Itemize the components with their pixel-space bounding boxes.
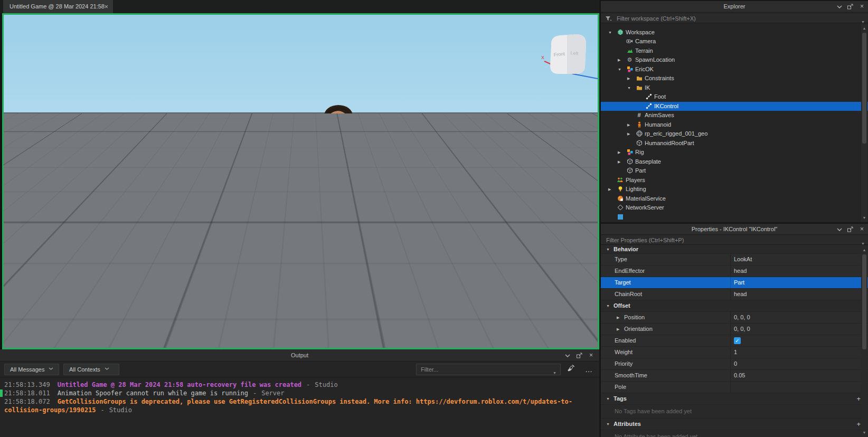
tree-item-foot[interactable]: Foot (601, 92, 868, 101)
messages-filter-dropdown[interactable]: All Messages (4, 364, 59, 375)
part-cube-icon (626, 158, 633, 165)
close-icon[interactable]: × (589, 349, 593, 361)
properties-filter-input[interactable]: Filter Properties (Ctrl+Shift+P) ▼ (601, 234, 868, 245)
folder-icon (636, 84, 643, 91)
game-tab[interactable]: Untitled Game @ 28 Mar 2024 21:58 × (3, 0, 113, 13)
section-attributes[interactable]: ▼ Attributes + (601, 419, 868, 430)
property-row-weight[interactable]: Weight 1 (601, 347, 868, 358)
expander-closed-icon[interactable]: ▶ (627, 132, 630, 136)
tree-item-baseplate[interactable]: ▶ Baseplate (601, 157, 868, 166)
properties-title-bar[interactable]: Properties - IKControl "IKControl" × (601, 224, 868, 234)
add-tag-button[interactable]: + (856, 393, 861, 404)
add-attribute-button[interactable]: + (856, 419, 861, 430)
property-row-priority[interactable]: Priority 0 (601, 358, 868, 370)
tree-item-animsaves[interactable]: # AnimSaves (601, 111, 868, 120)
tree-item-terrain[interactable]: Terrain (601, 46, 868, 55)
model-icon (626, 66, 633, 73)
log-line-autorecovery[interactable]: 21:58:13.349Untitled Game @ 28 Mar 2024 … (4, 381, 589, 389)
chevron-down-icon[interactable] (836, 4, 843, 10)
property-row-endeffector[interactable]: EndEffector head (601, 265, 868, 277)
tree-item-rig[interactable]: ▶ Rig (601, 148, 868, 157)
scrollbar-thumb[interactable] (862, 254, 866, 349)
viewcube-body[interactable]: Front Left (550, 34, 586, 74)
expander-closed-icon[interactable]: ▶ (618, 58, 620, 62)
viewcube-gizmo[interactable]: X Front Left (540, 28, 599, 90)
explorer-title: Explorer (724, 3, 746, 10)
part-cube-icon (626, 167, 633, 174)
float-window-icon[interactable] (847, 226, 853, 233)
tree-item-workspace[interactable]: ▼ Workspace (601, 28, 868, 37)
tree-item-spawnlocation[interactable]: ▶ ⚙ SpawnLocation (601, 55, 868, 64)
section-offset[interactable]: ▼ Offset (601, 300, 868, 312)
tree-item-humanoid[interactable]: ▶ Humanoid (601, 120, 868, 129)
viewport-3d[interactable]: X Front Left (2, 13, 599, 349)
tree-item-materialservice[interactable]: MaterialService (601, 194, 868, 203)
property-row-enabled[interactable]: Enabled ✓ (601, 335, 868, 347)
ik-control-icon (645, 103, 652, 110)
close-icon[interactable]: × (104, 0, 108, 13)
more-options-button[interactable]: … (582, 364, 596, 375)
expander-closed-icon[interactable]: ▶ (627, 123, 630, 127)
character-eric[interactable] (264, 97, 433, 335)
tree-item-partial[interactable] (601, 213, 868, 222)
scrollbar-thumb[interactable] (862, 33, 866, 144)
expander-open-icon[interactable]: ▼ (608, 31, 612, 34)
property-row-position[interactable]: ▶ Position 0, 0, 0 (601, 312, 868, 324)
expander-closed-icon[interactable]: ▶ (618, 160, 620, 164)
output-filter-input[interactable]: Filter... ▼ (416, 364, 561, 375)
scroll-down-icon[interactable]: ▼ (861, 215, 867, 221)
property-row-target[interactable]: Target Part (601, 277, 868, 289)
close-icon[interactable]: × (860, 1, 864, 12)
explorer-title-bar[interactable]: Explorer × (601, 1, 868, 12)
property-row-orientation[interactable]: ▶ Orientation 0, 0, 0 (601, 324, 868, 335)
log-line-deprecation-warning[interactable]: 21:58:18.072GetCollisionGroups is deprec… (4, 397, 589, 414)
property-row-smoothtime[interactable]: SmoothTime 0.05 (601, 370, 868, 382)
model-icon (626, 149, 633, 156)
chevron-down-icon[interactable]: ▼ (553, 368, 556, 378)
scroll-down-icon[interactable]: ▼ (861, 430, 867, 435)
tree-item-camera[interactable]: Camera (601, 37, 868, 46)
context-filter-dropdown[interactable]: All Contexts (63, 364, 119, 375)
float-window-icon[interactable] (847, 4, 853, 10)
x-axis-label: X (541, 55, 544, 60)
tree-item-ik[interactable]: ▼ IK (601, 83, 868, 92)
expander-closed-icon[interactable]: ▶ (608, 187, 611, 192)
chevron-down-icon[interactable] (836, 226, 843, 233)
float-window-icon[interactable] (576, 353, 582, 359)
explorer-scrollbar[interactable]: ▲ ▼ (861, 24, 867, 222)
expander-closed-icon[interactable]: ▶ (627, 77, 630, 81)
expander-closed-icon[interactable]: ▶ (618, 150, 620, 155)
scroll-up-icon[interactable]: ▲ (861, 247, 867, 253)
properties-panel: Properties - IKControl "IKControl" × Fil… (601, 224, 868, 437)
clear-output-button[interactable] (564, 364, 578, 375)
explorer-panel: Explorer × Filter workspace (Ctrl+Shift+… (601, 1, 868, 222)
expander-closed-icon[interactable]: ▶ (617, 312, 619, 323)
expander-open-icon[interactable]: ▼ (627, 86, 631, 90)
tree-item-constraints[interactable]: ▶ Constraints (601, 74, 868, 83)
property-row-pole[interactable]: Pole (601, 382, 868, 393)
explorer-filter-input[interactable]: Filter workspace (Ctrl+Shift+X) ▼ (601, 13, 868, 23)
properties-scrollbar[interactable]: ▲ ▼ (861, 246, 867, 436)
tree-item-humanoidrootpart[interactable]: HumanoidRootPart (601, 139, 868, 148)
enabled-checkbox[interactable]: ✓ (734, 337, 741, 344)
chevron-down-icon[interactable] (564, 353, 571, 359)
section-behavior[interactable]: ▼ Behavior (601, 246, 868, 254)
output-title-bar[interactable]: Output × (0, 349, 599, 361)
expander-closed-icon[interactable]: ▶ (617, 324, 619, 335)
tree-item-players[interactable]: Players (601, 176, 868, 185)
explorer-filter-placeholder: Filter workspace (Ctrl+Shift+X) (617, 13, 696, 24)
tree-item-lighting[interactable]: ▶ Lighting (601, 185, 868, 194)
tree-item-part[interactable]: Part (601, 166, 868, 175)
property-row-type[interactable]: Type LookAt (601, 254, 868, 265)
tree-item-rp-eric-rigged-001-geo[interactable]: ▶ rp_eric_rigged_001_geo (601, 129, 868, 138)
tree-item-networkserver[interactable]: NetworkServer (601, 203, 868, 212)
section-tags[interactable]: ▼ Tags + (601, 393, 868, 405)
tree-item-ikcontrol[interactable]: IKControl (601, 102, 868, 111)
close-icon[interactable]: × (860, 224, 864, 234)
output-log[interactable]: 21:58:13.349Untitled Game @ 28 Mar 2024 … (0, 377, 599, 437)
expander-open-icon[interactable]: ▼ (618, 68, 621, 71)
scroll-up-icon[interactable]: ▲ (861, 25, 867, 31)
tree-item-ericok[interactable]: ▼ EricOK (601, 65, 868, 74)
property-row-chainroot[interactable]: ChainRoot head (601, 289, 868, 300)
log-line-animation-spoofer[interactable]: 21:58:18.011Animation Spoofer cannot run… (4, 389, 589, 397)
